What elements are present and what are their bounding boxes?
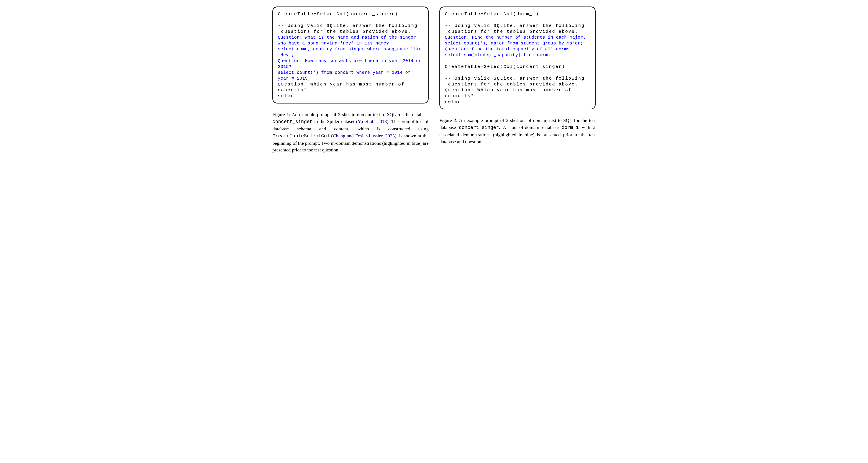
test-question: Question: Which year has most number of … bbox=[445, 88, 575, 104]
sql-comment: -- Using valid SQLite, answer the follow… bbox=[445, 76, 585, 87]
citation: 2023 bbox=[385, 133, 395, 138]
code-header: CreateTable+SelectCol(concert_singer) bbox=[278, 11, 398, 17]
caption-text: ( bbox=[330, 133, 333, 138]
caption-text: Figure 1: An example prompt of 2-shot in… bbox=[272, 112, 429, 117]
figure2-caption: Figure 2: An example prompt of 2-shot ou… bbox=[439, 117, 596, 145]
sql-comment: -- Using valid SQLite, answer the follow… bbox=[445, 23, 585, 34]
right-column: CreateTable+SelectCol(dorm_1) -- Using v… bbox=[439, 6, 596, 145]
demo-examples: Question: what is the name and nation of… bbox=[278, 35, 424, 81]
caption-text: in the Spider dataset ( bbox=[313, 119, 358, 124]
demo-examples: Question: Find the number of students in… bbox=[445, 35, 586, 58]
caption-text: , bbox=[382, 133, 385, 138]
sql-comment: -- Using valid SQLite, answer the follow… bbox=[278, 23, 418, 34]
caption-text: . An out-of-domain database bbox=[499, 125, 561, 130]
left-column: CreateTable+SelectCol(concert_singer) --… bbox=[272, 6, 429, 153]
citation: Yu et al., 2018 bbox=[358, 119, 387, 124]
figure1-caption: Figure 1: An example prompt of 2-shot in… bbox=[272, 111, 429, 153]
code-header: CreateTable+SelectCol(dorm_1) bbox=[445, 11, 539, 17]
code-header: CreateTable+SelectCol(concert_singer) bbox=[445, 64, 565, 69]
db-name: concert_singer bbox=[459, 125, 499, 130]
citation: Chang and Fosler-Lussier bbox=[333, 133, 382, 138]
figure1-code-box: CreateTable+SelectCol(concert_singer) --… bbox=[272, 6, 429, 103]
db-name: dorm_1 bbox=[561, 125, 579, 130]
db-name: concert_singer bbox=[272, 119, 313, 125]
method-name: CreateTableSelectCol bbox=[272, 133, 330, 139]
test-question: Question: Which year has most number of … bbox=[278, 82, 408, 98]
figure2-code-box: CreateTable+SelectCol(dorm_1) -- Using v… bbox=[439, 6, 596, 110]
